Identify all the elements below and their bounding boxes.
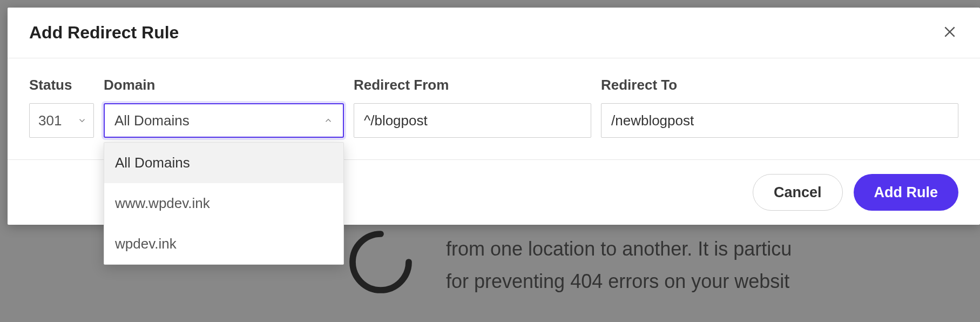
redirect-from-input[interactable] <box>354 103 591 138</box>
redirect-from-field: Redirect From <box>354 77 591 138</box>
redirect-from-label: Redirect From <box>354 77 591 93</box>
status-value: 301 <box>38 112 62 129</box>
modal-title: Add Redirect Rule <box>29 23 179 43</box>
domain-value: All Domains <box>114 112 190 129</box>
modal-body: Status 301 Domain All Domains All Domain… <box>8 58 980 160</box>
domain-option-all[interactable]: All Domains <box>104 143 343 183</box>
domain-select[interactable]: All Domains <box>104 103 344 138</box>
status-label: Status <box>29 77 94 93</box>
redirect-to-input[interactable] <box>601 103 958 138</box>
modal-header: Add Redirect Rule <box>8 8 980 58</box>
background-text-line-2: for preventing 404 errors on your websit <box>446 266 789 297</box>
domain-field: Domain All Domains All Domains www.wpdev… <box>104 77 344 138</box>
chevron-up-icon <box>323 112 333 129</box>
domain-label: Domain <box>104 77 344 93</box>
redirect-to-label: Redirect To <box>601 77 958 93</box>
loading-spinner-icon <box>346 227 416 297</box>
domain-option-apex[interactable]: wpdev.ink <box>104 224 343 264</box>
add-rule-button[interactable]: Add Rule <box>854 174 959 211</box>
status-field: Status 301 <box>29 77 94 138</box>
close-button[interactable] <box>941 24 958 42</box>
chevron-down-icon <box>77 112 87 129</box>
redirect-to-field: Redirect To <box>601 77 958 138</box>
add-redirect-modal: Add Redirect Rule Status 301 Domain All … <box>8 8 980 225</box>
domain-dropdown: All Domains www.wpdev.ink wpdev.ink <box>104 142 344 265</box>
domain-option-www[interactable]: www.wpdev.ink <box>104 183 343 224</box>
cancel-button[interactable]: Cancel <box>753 174 843 211</box>
background-text-line-1: from one location to another. It is part… <box>446 233 792 265</box>
status-select[interactable]: 301 <box>29 103 94 138</box>
close-icon <box>943 25 957 41</box>
